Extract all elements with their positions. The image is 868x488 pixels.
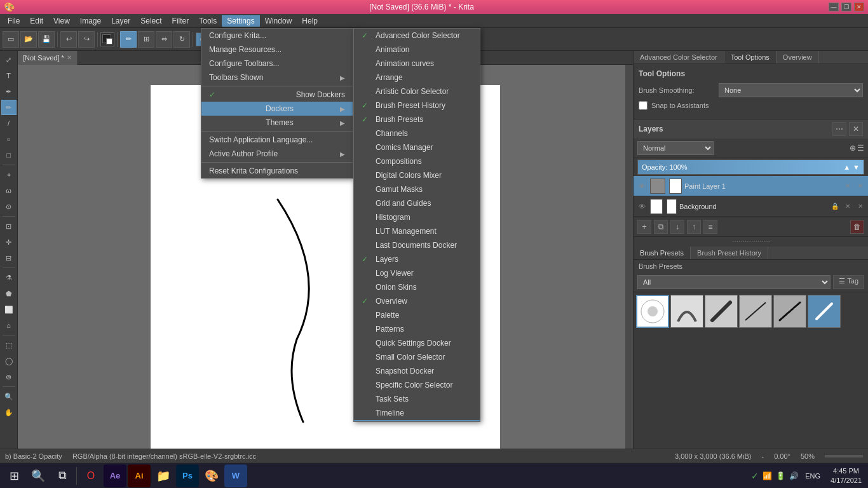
tool-eraser[interactable]: ⬜: [1, 302, 17, 317]
tool-path[interactable]: ⌖: [1, 167, 17, 182]
scrollbar-vertical[interactable]: [625, 65, 633, 474]
tab-brush-preset-history[interactable]: Brush Preset History: [691, 247, 768, 259]
taskbar-illustrator[interactable]: Ai: [128, 464, 151, 487]
tool-pan[interactable]: ✋: [1, 405, 17, 420]
save-button[interactable]: 💾: [38, 31, 55, 48]
taskbar-photoshop[interactable]: Ps: [176, 464, 199, 487]
tool-smart-patch[interactable]: ⌂: [1, 318, 17, 333]
tool-colorpicker[interactable]: ⚗: [1, 270, 17, 285]
docker-palette[interactable]: Palette: [354, 308, 480, 322]
tab-tool-options[interactable]: Tool Options: [724, 51, 776, 64]
tool-crop[interactable]: ⊡: [1, 219, 17, 234]
docker-tool-options[interactable]: ✓Tool Options: [354, 420, 480, 422]
docker-onion-skins[interactable]: Onion Skins: [354, 280, 480, 294]
move-up-button[interactable]: ↑: [687, 220, 701, 234]
tool-transform[interactable]: ⤢: [1, 52, 17, 67]
menu-image[interactable]: Image: [75, 15, 106, 27]
snap-assistants-checkbox[interactable]: [639, 101, 648, 110]
rotate-btn[interactable]: ↻: [173, 31, 190, 48]
menu-edit[interactable]: Edit: [25, 15, 48, 27]
maximize-button[interactable]: ❐: [841, 3, 851, 11]
layer-options-2[interactable]: ✕: [855, 201, 865, 212]
tool-line[interactable]: /: [1, 116, 17, 131]
docker-snapshot[interactable]: Snapshot Docker: [354, 364, 480, 378]
taskbar-krita[interactable]: 🎨: [200, 464, 223, 487]
tool-ellipse-select[interactable]: ◯: [1, 353, 17, 369]
menu-switch-language[interactable]: Switch Application Language...: [201, 133, 353, 147]
layer-visibility-1[interactable]: 👁: [636, 180, 648, 192]
menu-filter[interactable]: Filter: [167, 15, 194, 27]
tool-fill[interactable]: ⬟: [1, 286, 17, 301]
tool-move[interactable]: ✛: [1, 234, 17, 250]
brush-item-6[interactable]: [808, 295, 841, 328]
wrap-mode-btn[interactable]: ⊞: [138, 31, 154, 48]
close-button[interactable]: ✕: [854, 3, 864, 11]
tab-overview[interactable]: Overview: [776, 51, 819, 64]
docker-last-documents[interactable]: Last Documents Docker: [354, 238, 480, 252]
brush-tool-btn[interactable]: ✏: [120, 31, 137, 48]
open-button[interactable]: 📂: [20, 31, 37, 48]
menu-manage-resources[interactable]: Manage Resources...: [201, 43, 353, 57]
menu-themes[interactable]: ✓ Themes ▶: [201, 116, 353, 130]
brush-item-5[interactable]: [773, 295, 806, 328]
brush-item-1[interactable]: [636, 295, 669, 328]
docker-comics-manager[interactable]: Comics Manager: [354, 140, 480, 154]
docker-advanced-color-selector[interactable]: ✓Advanced Color Selector: [354, 29, 480, 43]
docker-artistic-color[interactable]: Artistic Color Selector: [354, 85, 480, 98]
tool-freehand[interactable]: ω: [1, 183, 17, 198]
docker-digital-colors[interactable]: Digital Colors Mixer: [354, 168, 480, 182]
menu-select[interactable]: Select: [135, 15, 166, 27]
docker-gamut-masks[interactable]: Gamut Masks: [354, 182, 480, 196]
docker-layers[interactable]: ✓Layers: [354, 252, 480, 266]
tab-brush-presets[interactable]: Brush Presets: [634, 247, 691, 259]
opacity-down-icon[interactable]: ▼: [853, 163, 860, 171]
mirror-btn[interactable]: ⇔: [156, 31, 172, 48]
taskbar-files[interactable]: 📁: [152, 464, 175, 487]
menu-layer[interactable]: Layer: [106, 15, 135, 27]
tab-advanced-color-selector[interactable]: Advanced Color Selector: [634, 51, 724, 64]
docker-grid-guides[interactable]: Grid and Guides: [354, 196, 480, 210]
taskbar-ae[interactable]: Ae: [104, 464, 126, 487]
zoom-slider[interactable]: [825, 455, 863, 458]
menu-reset-config[interactable]: Reset Krita Configurations: [201, 164, 353, 178]
brush-item-4[interactable]: [739, 295, 772, 328]
menu-window[interactable]: Window: [260, 15, 297, 27]
tool-calligraphy[interactable]: ✒: [1, 84, 17, 99]
opacity-up-icon[interactable]: ▲: [843, 163, 850, 171]
layer-row-2[interactable]: 👁 Background 🔒 ✕ ✕: [634, 196, 868, 217]
docker-patterns[interactable]: Patterns: [354, 322, 480, 336]
move-down-button[interactable]: ↓: [670, 220, 684, 234]
rotate-minus-btn[interactable]: -: [761, 452, 764, 460]
redo-button[interactable]: ↪: [78, 31, 95, 48]
menu-active-author[interactable]: Active Author Profile ▶: [201, 147, 353, 161]
taskbar-word[interactable]: W: [224, 464, 247, 487]
docker-compositions[interactable]: Compositions: [354, 154, 480, 168]
tool-ellipse[interactable]: ○: [1, 132, 17, 147]
docker-channels[interactable]: Channels: [354, 126, 480, 140]
docker-animation[interactable]: Animation: [354, 43, 480, 57]
new-document-button[interactable]: ▭: [3, 31, 19, 48]
docker-animation-curves[interactable]: Animation curves: [354, 57, 480, 71]
layer-properties-button[interactable]: ≡: [703, 220, 717, 234]
delete-layer-button[interactable]: 🗑: [850, 220, 864, 234]
docker-overview[interactable]: ✓Overview: [354, 294, 480, 308]
docker-small-color[interactable]: Small Color Selector: [354, 350, 480, 364]
docker-log-viewer[interactable]: Log Viewer: [354, 266, 480, 280]
layers-collapse-btn[interactable]: ✕: [849, 122, 863, 136]
brush-item-2[interactable]: [670, 295, 703, 328]
menu-configure-krita[interactable]: Configure Krita...: [201, 29, 353, 43]
menu-show-dockers[interactable]: ✓ Show Dockers: [201, 88, 353, 102]
menu-configure-toolbars[interactable]: Configure Toolbars...: [201, 57, 353, 71]
canvas-tab-close[interactable]: ✕: [67, 54, 72, 61]
docker-arrange[interactable]: Arrange: [354, 71, 480, 85]
layer-del-1[interactable]: ✕: [843, 181, 853, 191]
docker-lut[interactable]: LUT Management: [354, 224, 480, 238]
tool-lasso[interactable]: ⊙: [1, 199, 17, 214]
menu-help[interactable]: Help: [297, 15, 323, 27]
tool-guide[interactable]: ⊟: [1, 250, 17, 266]
canvas-tab-main[interactable]: [Not Saved] * ✕: [18, 51, 78, 65]
layers-options-btn[interactable]: ⋯: [832, 122, 846, 136]
tool-rect-select[interactable]: ⬚: [1, 337, 17, 353]
minimize-button[interactable]: —: [829, 3, 839, 11]
docker-quick-settings[interactable]: Quick Settings Docker: [354, 336, 480, 350]
